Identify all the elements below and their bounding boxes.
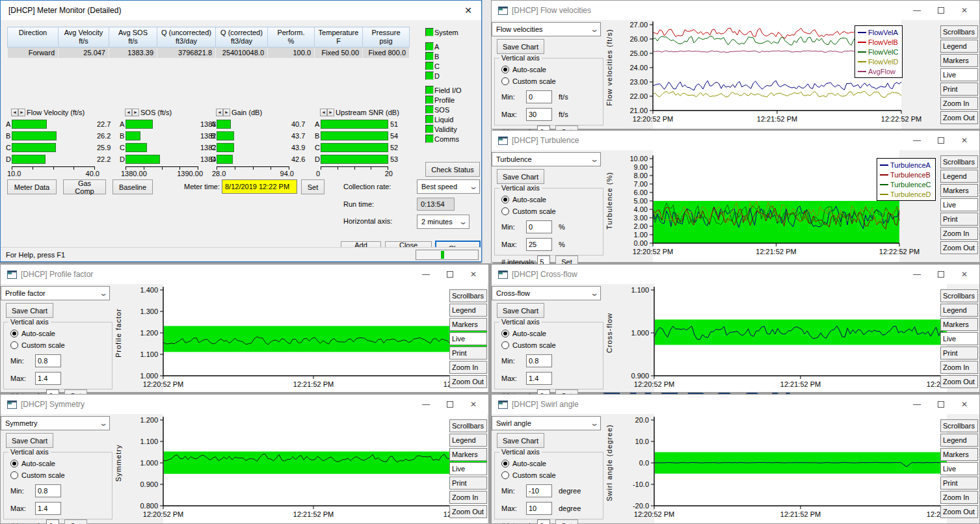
intervals-input[interactable] [46, 519, 59, 524]
live-button[interactable]: Live [940, 462, 978, 475]
maximize-button[interactable] [938, 401, 944, 408]
scrollbars-button[interactable]: Scrollbars [940, 25, 978, 38]
custom-scale-radio[interactable]: Custom scale [501, 470, 603, 480]
max-input[interactable] [526, 238, 552, 251]
zoom-in-button[interactable]: Zoom In [449, 361, 487, 374]
auto-scale-radio[interactable]: Auto-scale [10, 458, 112, 469]
zoom-out-button[interactable]: Zoom Out [940, 111, 978, 124]
scroll-left-button[interactable]: ◄ [216, 109, 223, 116]
maximize-button[interactable] [447, 401, 453, 408]
markers-button[interactable]: Markers [940, 54, 978, 67]
close-icon[interactable]: ✕ [464, 5, 476, 16]
zoom-out-button[interactable]: Zoom Out [449, 505, 487, 518]
scroll-right-button[interactable]: ► [132, 109, 139, 116]
gas-comp-button[interactable]: Gas Comp [63, 179, 106, 194]
chart-selector-dropdown[interactable]: Flow velocities ⌄ [492, 22, 601, 36]
scroll-left-button[interactable]: ◄ [11, 109, 18, 116]
scrollbars-button[interactable]: Scrollbars [449, 289, 487, 302]
legend-button[interactable]: Legend [940, 434, 978, 447]
set-button[interactable]: Set [555, 519, 578, 524]
legend-button[interactable]: Legend [940, 304, 978, 317]
save-chart-button[interactable]: Save Chart [6, 303, 53, 318]
custom-scale-radio[interactable]: Custom scale [501, 206, 603, 216]
markers-button[interactable]: Markers [449, 318, 487, 331]
titlebar[interactable]: [DHCP] Cross-flow — ✕ [492, 265, 979, 284]
print-button[interactable]: Print [940, 347, 978, 360]
scroll-right-button[interactable]: ► [223, 109, 230, 116]
save-chart-button[interactable]: Save Chart [6, 433, 53, 448]
legend-button[interactable]: Legend [449, 434, 487, 447]
minimize-button[interactable]: — [913, 270, 921, 278]
chart-selector-dropdown[interactable]: Profile factor ⌄ [1, 286, 110, 300]
chart-selector-dropdown[interactable]: Cross-flow ⌄ [492, 286, 601, 300]
min-input[interactable] [526, 354, 552, 367]
scroll-left-button[interactable]: ◄ [320, 109, 327, 116]
zoom-in-button[interactable]: Zoom In [940, 227, 978, 240]
legend-button[interactable]: Legend [940, 40, 978, 53]
zoom-out-button[interactable]: Zoom Out [940, 241, 978, 254]
intervals-input[interactable] [537, 519, 550, 524]
scroll-left-button[interactable]: ◄ [125, 109, 132, 116]
print-button[interactable]: Print [449, 347, 487, 360]
live-button[interactable]: Live [940, 68, 978, 81]
chart-selector-dropdown[interactable]: Symmetry ⌄ [1, 416, 110, 430]
live-button[interactable]: Live [940, 332, 978, 345]
min-input[interactable] [526, 220, 552, 233]
horizontal-axis-dropdown[interactable]: 2 minutes ⌄ [417, 215, 470, 229]
zoom-in-button[interactable]: Zoom In [940, 97, 978, 110]
legend-button[interactable]: Legend [940, 170, 978, 183]
live-button[interactable]: Live [449, 462, 487, 475]
titlebar[interactable]: [DHCP] Flow velocities — ✕ [492, 1, 979, 20]
print-button[interactable]: Print [940, 213, 978, 226]
maximize-button[interactable] [938, 7, 944, 14]
min-input[interactable] [35, 354, 61, 367]
scrollbars-button[interactable]: Scrollbars [940, 419, 978, 432]
markers-button[interactable]: Markers [940, 318, 978, 331]
auto-scale-radio[interactable]: Auto-scale [10, 328, 112, 339]
custom-scale-radio[interactable]: Custom scale [501, 76, 603, 86]
print-button[interactable]: Print [940, 477, 978, 490]
maximize-button[interactable] [938, 271, 944, 278]
minimize-button[interactable]: — [913, 137, 921, 144]
maximize-button[interactable] [447, 271, 453, 278]
min-input[interactable] [35, 484, 61, 497]
zoom-in-button[interactable]: Zoom In [940, 361, 978, 374]
check-status-button[interactable]: Check Status [425, 162, 480, 177]
minimize-button[interactable]: — [913, 400, 921, 408]
close-button[interactable]: ✕ [470, 270, 477, 278]
save-chart-button[interactable]: Save Chart [497, 39, 544, 54]
live-button[interactable]: Live [940, 198, 978, 211]
auto-scale-radio[interactable]: Auto-scale [501, 64, 603, 75]
baseline-button[interactable]: Baseline [113, 179, 153, 194]
markers-button[interactable]: Markers [940, 448, 978, 461]
save-chart-button[interactable]: Save Chart [497, 433, 544, 448]
close-button[interactable]: ✕ [470, 400, 477, 408]
close-button[interactable]: ✕ [961, 400, 968, 408]
max-input[interactable] [526, 372, 552, 385]
save-chart-button[interactable]: Save Chart [497, 303, 544, 318]
close-button[interactable]: ✕ [961, 137, 968, 144]
min-input[interactable] [526, 90, 552, 103]
print-button[interactable]: Print [940, 83, 978, 96]
minimize-button[interactable]: — [422, 270, 430, 278]
save-chart-button[interactable]: Save Chart [497, 169, 544, 184]
meter-data-button[interactable]: Meter Data [7, 179, 57, 194]
markers-button[interactable]: Markers [449, 448, 487, 461]
custom-scale-radio[interactable]: Custom scale [10, 340, 112, 350]
titlebar[interactable]: [DHCP] Profile factor — ✕ [1, 265, 488, 284]
auto-scale-radio[interactable]: Auto-scale [501, 458, 603, 469]
custom-scale-radio[interactable]: Custom scale [501, 340, 603, 350]
collection-rate-dropdown[interactable]: Best speed ⌄ [417, 179, 480, 194]
zoom-out-button[interactable]: Zoom Out [940, 375, 978, 388]
titlebar[interactable]: [DHCP] Symmetry — ✕ [1, 395, 488, 414]
chart-selector-dropdown[interactable]: Swirl angle ⌄ [492, 416, 601, 430]
zoom-in-button[interactable]: Zoom In [449, 491, 487, 504]
scrollbars-button[interactable]: Scrollbars [940, 155, 978, 168]
max-input[interactable] [526, 108, 552, 121]
scroll-right-button[interactable]: ► [18, 109, 25, 116]
max-input[interactable] [35, 372, 61, 385]
min-input[interactable] [526, 484, 552, 497]
print-button[interactable]: Print [449, 477, 487, 490]
scrollbars-button[interactable]: Scrollbars [940, 289, 978, 302]
legend-button[interactable]: Legend [449, 304, 487, 317]
